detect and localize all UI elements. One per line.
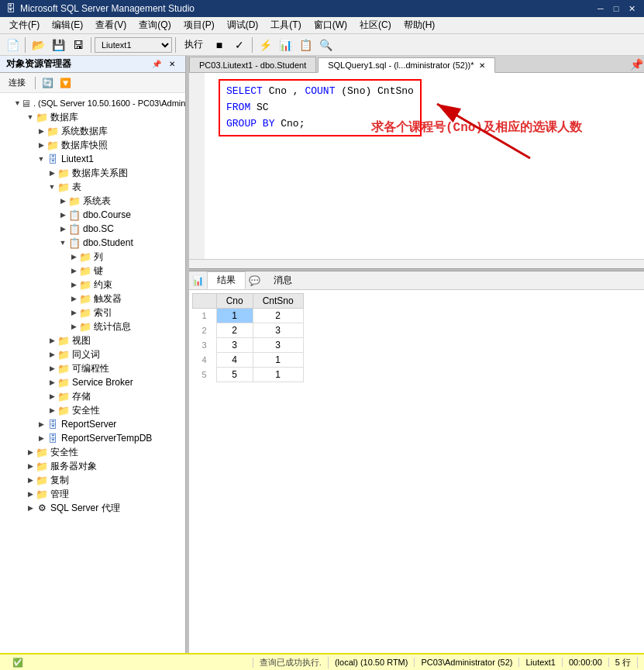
- tree-db-snapshots[interactable]: ▶ 📁 数据库快照: [0, 138, 185, 152]
- tree-system-tables[interactable]: ▶ 📁 系统表: [0, 194, 185, 208]
- tree-tables[interactable]: ▼ 📁 表: [0, 180, 185, 194]
- tree-columns[interactable]: ▶ 📁 列: [0, 250, 185, 264]
- tab-sqlquery[interactable]: SQLQuery1.sql - (l...dministrator (52))*…: [318, 57, 494, 73]
- new-query-button[interactable]: 📄: [3, 36, 22, 54]
- tree-liutext1[interactable]: ▼ 🗄 Liutext1: [0, 152, 185, 166]
- oe-connect-button[interactable]: 连接: [3, 75, 31, 91]
- menu-edit[interactable]: 编辑(E): [46, 17, 89, 33]
- toolbar-btn-5[interactable]: ⚡: [256, 36, 274, 54]
- toggle-statistics[interactable]: ▶: [68, 323, 79, 330]
- menu-view[interactable]: 查看(V): [89, 17, 133, 33]
- tree-programmability[interactable]: ▶ 📁 可编程性: [0, 361, 185, 375]
- tree-system-dbs[interactable]: ▶ 📁 系统数据库: [0, 124, 185, 138]
- toggle-sql-agent[interactable]: ▶: [25, 504, 36, 512]
- toggle-storage[interactable]: ▶: [46, 392, 57, 400]
- tree-synonyms[interactable]: ▶ 📁 同义词: [0, 347, 185, 361]
- toggle-course[interactable]: ▶: [57, 211, 68, 219]
- tab-messages[interactable]: 消息: [263, 271, 302, 289]
- menu-project[interactable]: 项目(P): [177, 17, 221, 33]
- toolbar-btn-8[interactable]: 🔍: [316, 36, 335, 54]
- toggle-server-objects[interactable]: ▶: [25, 462, 36, 470]
- toggle-report-server[interactable]: ▶: [36, 420, 46, 428]
- tab-student[interactable]: PC03.Liutext1 - dbo.Student: [189, 57, 316, 72]
- tree-security-db[interactable]: ▶ 📁 安全性: [0, 403, 185, 417]
- toggle-triggers[interactable]: ▶: [68, 295, 79, 302]
- tree-course[interactable]: ▶ 📋 dbo.Course: [0, 208, 185, 222]
- toggle-sc[interactable]: ▶: [57, 225, 68, 233]
- menu-tools[interactable]: 工具(T): [264, 17, 307, 33]
- oe-refresh-button[interactable]: 🔄: [40, 75, 55, 91]
- tree-views[interactable]: ▶ 📁 视图: [0, 333, 185, 347]
- tree-statistics[interactable]: ▶ 📁 统计信息: [0, 319, 185, 333]
- parse-button[interactable]: ✓: [230, 36, 249, 54]
- stop-button[interactable]: ■: [210, 36, 229, 54]
- toolbar-btn-7[interactable]: 📋: [296, 36, 315, 54]
- toggle-system-dbs[interactable]: ▶: [36, 127, 46, 135]
- h-scroll-area[interactable]: [189, 259, 644, 268]
- tree-sql-agent[interactable]: ▶ ⚙ SQL Server 代理: [0, 501, 185, 515]
- toggle-diagrams[interactable]: ▶: [46, 169, 57, 177]
- menu-debug[interactable]: 调试(D): [221, 17, 265, 33]
- tree-management[interactable]: ▶ 📁 管理: [0, 487, 185, 501]
- toggle-indexes[interactable]: ▶: [68, 309, 79, 316]
- toggle-keys[interactable]: ▶: [68, 267, 79, 275]
- toggle-service-broker[interactable]: ▶: [46, 378, 57, 386]
- open-button[interactable]: 📂: [29, 36, 47, 54]
- tab-close-button[interactable]: ✕: [479, 61, 485, 70]
- tree-sc[interactable]: ▶ 📋 dbo.SC: [0, 222, 185, 236]
- menu-community[interactable]: 社区(C): [353, 17, 398, 33]
- save-all-button[interactable]: 🖫: [69, 36, 88, 54]
- tab-pin-button[interactable]: 📌: [629, 57, 644, 72]
- execute-button[interactable]: 执行: [179, 36, 208, 54]
- menu-query[interactable]: 查询(Q): [133, 17, 177, 33]
- toggle-liutext1[interactable]: ▼: [36, 155, 46, 163]
- database-selector[interactable]: Liutext1: [95, 37, 172, 53]
- save-button[interactable]: 💾: [49, 36, 67, 54]
- row-number: 5: [193, 368, 217, 382]
- toggle-tables[interactable]: ▼: [46, 183, 57, 191]
- menu-file[interactable]: 文件(F): [3, 17, 46, 33]
- tree-indexes[interactable]: ▶ 📁 索引: [0, 306, 185, 319]
- tree-databases[interactable]: ▼ 📁 数据库: [0, 110, 185, 124]
- toggle-programmability[interactable]: ▶: [46, 364, 57, 372]
- tree-service-broker[interactable]: ▶ 📁 Service Broker: [0, 375, 185, 389]
- menu-window[interactable]: 窗口(W): [308, 17, 353, 33]
- toggle-columns[interactable]: ▶: [68, 253, 79, 261]
- tree-replication[interactable]: ▶ 📁 复制: [0, 473, 185, 487]
- tree-student[interactable]: ▼ 📋 dbo.Student: [0, 236, 185, 250]
- tree-triggers[interactable]: ▶ 📁 触发器: [0, 292, 185, 306]
- tree-security[interactable]: ▶ 📁 安全性: [0, 445, 185, 459]
- toolbar-btn-6[interactable]: 📊: [276, 36, 294, 54]
- tree-report-server-temp[interactable]: ▶ 🗄 ReportServerTempDB: [0, 431, 185, 445]
- tree-server[interactable]: ▼ 🖥 . (SQL Server 10.50.1600 - PC03\Admi…: [0, 96, 185, 110]
- tree-toggle-server[interactable]: ▼: [14, 99, 21, 107]
- oe-pin-button[interactable]: 📌: [150, 57, 164, 71]
- query-editor[interactable]: SELECT Cno , COUNT (Sno) CntSno FROM SC …: [189, 73, 644, 259]
- tree-report-server[interactable]: ▶ 🗄 ReportServer: [0, 417, 185, 431]
- toggle-db-snapshots[interactable]: ▶: [36, 141, 46, 149]
- toggle-databases[interactable]: ▼: [25, 113, 36, 121]
- oe-filter-button[interactable]: 🔽: [57, 75, 73, 91]
- tree-server-objects[interactable]: ▶ 📁 服务器对象: [0, 459, 185, 473]
- toggle-constraints[interactable]: ▶: [68, 281, 79, 288]
- tree-keys[interactable]: ▶ 📁 键: [0, 264, 185, 278]
- tree-constraints[interactable]: ▶ 📁 约束: [0, 278, 185, 292]
- toggle-report-server-temp[interactable]: ▶: [36, 434, 46, 442]
- toggle-system-tables[interactable]: ▶: [57, 197, 68, 205]
- tree-storage[interactable]: ▶ 📁 存储: [0, 389, 185, 403]
- toggle-replication[interactable]: ▶: [25, 476, 36, 484]
- menu-help[interactable]: 帮助(H): [398, 17, 442, 33]
- maximize-button[interactable]: □: [610, 2, 622, 15]
- close-button[interactable]: ✕: [625, 2, 638, 15]
- tab-results[interactable]: 结果: [207, 271, 246, 289]
- toggle-student[interactable]: ▼: [57, 239, 68, 247]
- tree-diagrams[interactable]: ▶ 📁 数据库关系图: [0, 166, 185, 180]
- toggle-synonyms[interactable]: ▶: [46, 351, 57, 358]
- minimize-button[interactable]: ─: [594, 2, 607, 15]
- oe-tree-scroll[interactable]: ▼ 🖥 . (SQL Server 10.50.1600 - PC03\Admi…: [0, 93, 185, 653]
- toggle-security[interactable]: ▶: [25, 448, 36, 456]
- toggle-views[interactable]: ▶: [46, 337, 57, 344]
- toggle-security-db[interactable]: ▶: [46, 406, 57, 414]
- oe-close-button[interactable]: ✕: [165, 57, 179, 71]
- toggle-management[interactable]: ▶: [25, 490, 36, 498]
